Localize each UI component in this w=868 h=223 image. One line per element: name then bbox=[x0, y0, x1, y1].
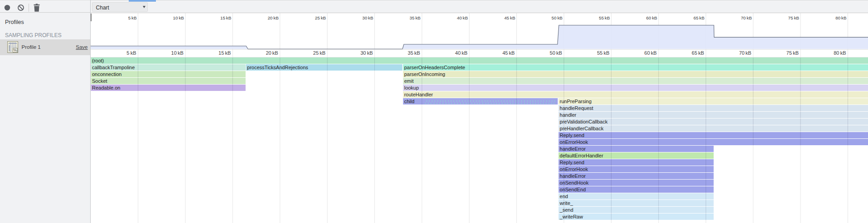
svg-text:75 kB: 75 kB bbox=[788, 15, 800, 20]
svg-text:Reply.send: Reply.send bbox=[560, 133, 584, 138]
svg-text:parserOnIncoming: parserOnIncoming bbox=[404, 71, 446, 77]
svg-text:emit: emit bbox=[404, 78, 414, 84]
svg-text:10 kB: 10 kB bbox=[171, 50, 184, 56]
svg-text:60 kB: 60 kB bbox=[645, 50, 657, 56]
svg-text:handleError: handleError bbox=[560, 146, 586, 152]
svg-text:80 kB: 80 kB bbox=[834, 50, 846, 56]
svg-text:80 kB: 80 kB bbox=[835, 15, 847, 20]
svg-text:onSendHook: onSendHook bbox=[560, 180, 589, 185]
svg-text:runPreParsing: runPreParsing bbox=[560, 99, 592, 104]
svg-text:5 kB: 5 kB bbox=[128, 15, 137, 20]
svg-text:Readable.on: Readable.on bbox=[92, 85, 120, 90]
svg-text:Socket: Socket bbox=[92, 78, 107, 84]
svg-text:defaultErrorHandler: defaultErrorHandler bbox=[560, 153, 603, 158]
svg-text:_send: _send bbox=[559, 207, 573, 213]
svg-text:end: end bbox=[560, 194, 568, 199]
svg-text:lookup: lookup bbox=[404, 85, 419, 90]
svg-text:handleRequest: handleRequest bbox=[560, 105, 593, 111]
svg-text:5 kB: 5 kB bbox=[126, 50, 136, 56]
svg-text:40 kB: 40 kB bbox=[457, 15, 468, 20]
svg-text:70 kB: 70 kB bbox=[739, 50, 751, 56]
svg-text:parserOnHeadersComplete: parserOnHeadersComplete bbox=[404, 65, 466, 70]
svg-text:write_: write_ bbox=[559, 200, 573, 206]
svg-text:processTicksAndRejections: processTicksAndRejections bbox=[247, 65, 308, 70]
svg-text:preHandlerCallback: preHandlerCallback bbox=[560, 126, 604, 131]
svg-text:preValidationCallback: preValidationCallback bbox=[560, 119, 608, 124]
svg-text:handleError: handleError bbox=[560, 173, 586, 179]
svg-text:callbackTrampoline: callbackTrampoline bbox=[92, 65, 135, 70]
svg-text:onSendEnd: onSendEnd bbox=[560, 187, 586, 192]
svg-text:%: % bbox=[14, 48, 17, 52]
svg-text:65 kB: 65 kB bbox=[692, 50, 704, 56]
svg-text:15 kB: 15 kB bbox=[218, 50, 231, 56]
svg-text:35 kB: 35 kB bbox=[410, 15, 421, 20]
svg-text:25 kB: 25 kB bbox=[313, 50, 325, 56]
svg-text:10 kB: 10 kB bbox=[173, 15, 184, 20]
svg-text:45 kB: 45 kB bbox=[502, 50, 514, 56]
svg-text:50 kB: 50 kB bbox=[550, 50, 562, 56]
svg-text:20 kB: 20 kB bbox=[266, 50, 278, 56]
svg-text:60 kB: 60 kB bbox=[646, 15, 658, 20]
svg-text:55 kB: 55 kB bbox=[599, 15, 610, 20]
svg-text:handler: handler bbox=[560, 112, 577, 118]
svg-text:25 kB: 25 kB bbox=[315, 15, 326, 20]
svg-text:35 kB: 35 kB bbox=[408, 50, 420, 56]
svg-text:40 kB: 40 kB bbox=[455, 50, 467, 56]
svg-text:_writeRaw: _writeRaw bbox=[559, 214, 583, 219]
svg-text:onconnection: onconnection bbox=[92, 71, 121, 77]
svg-text:onErrorHook: onErrorHook bbox=[560, 139, 588, 145]
svg-text:onErrorHook: onErrorHook bbox=[560, 166, 588, 172]
svg-text:65 kB: 65 kB bbox=[693, 15, 705, 20]
svg-text:30 kB: 30 kB bbox=[362, 15, 373, 20]
svg-text:75 kB: 75 kB bbox=[786, 50, 799, 56]
svg-text:15 kB: 15 kB bbox=[220, 15, 232, 20]
svg-text:(root): (root) bbox=[92, 58, 104, 63]
svg-text:45 kB: 45 kB bbox=[504, 15, 515, 20]
svg-text:30 kB: 30 kB bbox=[360, 50, 373, 56]
svg-text:70 kB: 70 kB bbox=[741, 15, 752, 20]
svg-text:20 kB: 20 kB bbox=[267, 15, 279, 20]
svg-text:55 kB: 55 kB bbox=[597, 50, 609, 56]
svg-text:50 kB: 50 kB bbox=[552, 15, 563, 20]
svg-text:Reply.send: Reply.send bbox=[560, 160, 584, 165]
svg-text:child: child bbox=[404, 99, 415, 104]
svg-text:routeHandler: routeHandler bbox=[404, 92, 433, 97]
